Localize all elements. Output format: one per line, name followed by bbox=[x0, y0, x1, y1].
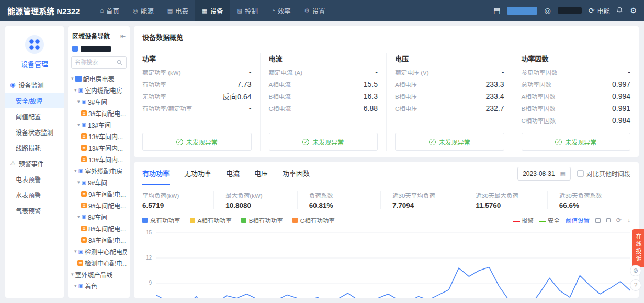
nav-item-billing[interactable]: ▤电费 bbox=[161, 0, 195, 21]
sidebar-item-gas-alert[interactable]: 气表预警 bbox=[5, 203, 64, 218]
zoom-reset-icon[interactable] bbox=[595, 218, 601, 223]
tab-current[interactable]: 电流 bbox=[226, 162, 240, 185]
calendar-icon: ▦ bbox=[560, 170, 566, 177]
chevron-down-icon[interactable]: ▾ bbox=[74, 87, 77, 93]
chevron-down-icon[interactable]: ▾ bbox=[74, 249, 77, 254]
tree-item[interactable]: ▾▣13#车间 bbox=[71, 119, 127, 130]
tree-item[interactable]: ▾▣9#车间 bbox=[71, 176, 127, 188]
sidebar-item-line-loss[interactable]: 线路损耗 bbox=[5, 140, 64, 155]
device-node-icon: ▣ bbox=[78, 283, 83, 289]
nav-item-energy[interactable]: ◎能源 bbox=[126, 0, 161, 21]
tree-item[interactable]: ▾▣室外缆配电房 bbox=[71, 165, 127, 176]
collapse-panel-icon[interactable]: ⇤ bbox=[120, 32, 126, 40]
bell-icon[interactable] bbox=[616, 7, 623, 15]
customer-service-button[interactable]: ⊘ bbox=[630, 265, 641, 276]
page-body: 设备管理 ◉设备监测 安全/故障 阈值配置 设备状态监测 线路损耗 ⚠预警事件 … bbox=[0, 21, 644, 303]
tree-item[interactable]: ≣8#车间配电... bbox=[71, 222, 127, 234]
tree-item-label: 9#车间配电... bbox=[88, 189, 126, 198]
status-badge: ✓未发现异常 bbox=[269, 133, 378, 151]
tab-power-factor[interactable]: 功率因数 bbox=[283, 162, 310, 185]
device-node-icon: ▣ bbox=[82, 99, 86, 105]
tree-search[interactable] bbox=[71, 56, 127, 69]
status-text: 未发现异常 bbox=[439, 138, 470, 147]
tree-item[interactable]: ≣13#车间内... bbox=[71, 142, 127, 153]
nav-item-settings[interactable]: ⚙设置 bbox=[298, 0, 332, 21]
online-service-tab[interactable]: 在线投诉 bbox=[632, 229, 644, 267]
tree-item[interactable]: ▾▣着色 bbox=[71, 280, 127, 291]
tree-item[interactable]: ≣13#车间内... bbox=[71, 130, 127, 142]
sidebar-item-device-monitor[interactable]: ◉设备监测 bbox=[5, 77, 64, 93]
tree-item[interactable]: ≣13#车间内... bbox=[71, 153, 127, 165]
tree-item-label: 3#车间配电... bbox=[88, 109, 126, 118]
selected-site-row[interactable] bbox=[71, 44, 127, 56]
energy-type-switcher[interactable]: ⟳ 电能 bbox=[589, 6, 610, 15]
nav-label: 设置 bbox=[312, 6, 325, 16]
zoom-box-icon[interactable] bbox=[606, 218, 611, 222]
chevron-down-icon[interactable]: ▾ bbox=[77, 179, 80, 185]
download-icon[interactable]: ↓ bbox=[627, 217, 630, 223]
metric-label: 额定电压 (V) bbox=[395, 68, 429, 76]
tab-reactive-power[interactable]: 无功功率 bbox=[184, 162, 211, 185]
device-node-icon: ▣ bbox=[78, 168, 83, 174]
control-icon: ▧ bbox=[237, 7, 242, 14]
search-input[interactable] bbox=[75, 59, 117, 65]
tree-item[interactable]: ≣9#车间配电... bbox=[71, 199, 127, 211]
legend-label: 总有功功率 bbox=[150, 216, 180, 225]
column-title: 电流 bbox=[269, 53, 378, 63]
refresh-chart-icon[interactable]: ⟳ bbox=[616, 217, 622, 223]
sidebar-item-threshold-config[interactable]: 阈值配置 bbox=[5, 108, 64, 124]
tree-item[interactable]: ≣8#车间配电... bbox=[71, 234, 127, 245]
sidebar-item-label: 线路损耗 bbox=[16, 143, 41, 152]
legend-total-active-power[interactable]: 总有功功率 bbox=[142, 216, 180, 225]
nav-label: 电费 bbox=[175, 6, 188, 16]
tab-voltage[interactable]: 电压 bbox=[254, 162, 268, 185]
metric-label: 有功功率/额定功率 bbox=[142, 104, 192, 113]
tree-item[interactable]: ▾室外缆产品线 bbox=[71, 268, 127, 280]
sidebar-item-water-alert[interactable]: 水表预警 bbox=[5, 187, 64, 203]
tree-item-label: 13#车间内... bbox=[88, 132, 123, 141]
tree-item[interactable]: ▾▣检测中心配电房 bbox=[71, 245, 127, 257]
nav-item-control[interactable]: ▧控制 bbox=[230, 0, 265, 21]
tree-item-label: 9#车间 bbox=[88, 178, 107, 187]
gear-icon[interactable]: ⚙ bbox=[630, 7, 637, 14]
chevron-down-icon[interactable]: ▾ bbox=[74, 283, 77, 288]
tree-item[interactable]: ▾▣3#车间 bbox=[71, 96, 127, 107]
chevron-down-icon[interactable]: ▾ bbox=[71, 272, 74, 277]
date-picker[interactable]: 2023-08-31 ▦ bbox=[517, 167, 571, 181]
metric-label: 有功功率 bbox=[142, 80, 166, 88]
threshold-settings-link[interactable]: 阈值设置 bbox=[566, 216, 590, 225]
tree-item[interactable]: ≣9#车间配电... bbox=[71, 188, 127, 199]
tree-item[interactable]: ≣3#车间配电... bbox=[71, 107, 127, 119]
tree-item[interactable]: ▾▣室内缆配电房 bbox=[71, 84, 127, 96]
nav-item-devices[interactable]: ▦设备 bbox=[195, 0, 230, 21]
alarm-legend: 报警 bbox=[513, 216, 534, 225]
sidebar-item-device-status[interactable]: 设备状态监测 bbox=[5, 124, 64, 140]
chevron-down-icon[interactable]: ▾ bbox=[77, 214, 80, 219]
nav-item-efficiency[interactable]: ◔效率 bbox=[265, 0, 298, 21]
sidebar-item-meter-alert[interactable]: 电表预警 bbox=[5, 171, 64, 187]
tab-active-power[interactable]: 有功功率 bbox=[142, 162, 170, 185]
compare-toggle[interactable]: 对比其他时间段 bbox=[577, 169, 630, 178]
tree-item[interactable]: ▾配电房电表 bbox=[71, 73, 127, 84]
sidebar-item-label: 阈值配置 bbox=[16, 112, 41, 121]
monitor-icon: ◉ bbox=[10, 81, 15, 88]
chevron-down-icon[interactable]: ▾ bbox=[77, 99, 80, 104]
nav-item-home[interactable]: ⌂首页 bbox=[93, 0, 126, 21]
legend-phase-b[interactable]: B相有功功率 bbox=[241, 216, 283, 225]
settings-icon: ⚙ bbox=[304, 7, 310, 14]
device-overview-card: 设备数据概览 功率 额定功率 (kW)- 有功功率7.73 无功功率反向0.64… bbox=[134, 26, 639, 157]
tree-item[interactable]: ≣检测中心配电... bbox=[71, 257, 127, 268]
help-button[interactable]: ? bbox=[630, 279, 641, 291]
tree-item[interactable]: ▾▣8#车间 bbox=[71, 211, 127, 222]
chevron-down-icon[interactable]: ▾ bbox=[74, 168, 77, 173]
svg-text:9: 9 bbox=[149, 280, 152, 286]
legend-phase-a[interactable]: A相有功功率 bbox=[190, 216, 232, 225]
legend-phase-c[interactable]: C相有功功率 bbox=[292, 216, 335, 225]
chevron-down-icon[interactable]: ▾ bbox=[77, 122, 80, 127]
efficiency-icon: ◔ bbox=[272, 7, 275, 14]
sidebar-item-alert-events[interactable]: ⚠预警事件 bbox=[5, 155, 64, 171]
chevron-down-icon[interactable]: ▾ bbox=[71, 76, 74, 81]
metric-value: 7.73 bbox=[237, 80, 251, 88]
sidebar-item-safety-fault[interactable]: 安全/故障 bbox=[5, 93, 64, 108]
compare-checkbox[interactable] bbox=[577, 170, 584, 177]
